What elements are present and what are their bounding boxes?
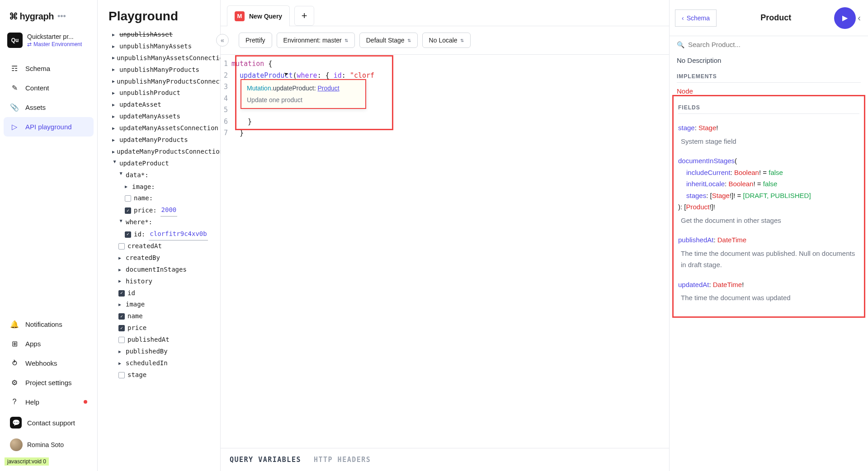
- tree-value[interactable]: 2000: [160, 204, 178, 217]
- logo-menu-icon[interactable]: •••: [57, 12, 66, 21]
- nav-content[interactable]: ✎Content: [4, 78, 94, 98]
- main-area: M New Query + « Prettify Environment: ma…: [221, 0, 669, 471]
- triangle-icon: ▶: [118, 348, 124, 356]
- nav-help[interactable]: ?Help: [4, 392, 94, 411]
- tree-item[interactable]: ✓name: [103, 311, 218, 322]
- nav-project-settings[interactable]: ⚙Project settings: [4, 373, 94, 392]
- field-stage[interactable]: stage: Stage! System stage field: [678, 122, 859, 147]
- tree-item[interactable]: ▶unpublishAsset: [103, 29, 218, 41]
- tree-label: unpublishManyProductsConnecti: [117, 76, 220, 88]
- nav-schema[interactable]: ☶Schema: [4, 59, 94, 78]
- triangle-icon: ▶: [118, 277, 124, 286]
- run-query-button[interactable]: ▶: [834, 7, 856, 29]
- triangle-icon: ▶: [117, 220, 126, 225]
- tree-item[interactable]: ▶unpublishManyProducts: [103, 64, 218, 76]
- tree-item[interactable]: ▶updateManyAssets: [103, 111, 218, 122]
- tree-item[interactable]: ▶updateProduct: [103, 158, 218, 170]
- tree-item[interactable]: ▶documentInStages: [103, 264, 218, 276]
- tree-item[interactable]: publishedAt: [103, 334, 218, 346]
- tree-item[interactable]: ▶unpublishManyProductsConnecti: [103, 76, 218, 88]
- close-docs-button[interactable]: ‹: [856, 11, 863, 25]
- field-updatedat[interactable]: updatedAt: DateTime! The time the docume…: [678, 279, 859, 304]
- checkbox-icon[interactable]: ✓: [125, 231, 131, 238]
- project-name: Quickstarter pr...: [27, 33, 82, 40]
- nav-contact-support[interactable]: 💬Contact support: [4, 411, 94, 434]
- checkbox-icon[interactable]: [125, 195, 131, 202]
- query-variables-tab[interactable]: QUERY VARIABLES: [230, 456, 301, 464]
- checkbox-icon[interactable]: ✓: [118, 290, 125, 297]
- tree-label: image:: [132, 181, 155, 193]
- browser-status-text: javascript:void 0: [5, 457, 49, 466]
- tree-item[interactable]: ▶unpublishProduct: [103, 87, 218, 99]
- checkbox-icon[interactable]: [118, 337, 125, 343]
- checkbox-icon[interactable]: [118, 372, 125, 378]
- nav-assets[interactable]: 📎Assets: [4, 98, 94, 117]
- chevron-left-icon: ‹: [682, 14, 684, 22]
- search-input[interactable]: [688, 41, 861, 48]
- tree-item[interactable]: ▶scheduledIn: [103, 358, 218, 369]
- tree-item[interactable]: ✓price: [103, 322, 218, 334]
- nav-apps[interactable]: ⊞Apps: [4, 334, 94, 353]
- operation-tree[interactable]: ▶unpublishAsset▶unpublishManyAssets▶unpu…: [98, 29, 220, 471]
- tree-item[interactable]: ▶image:: [103, 181, 218, 193]
- tree-value[interactable]: clorfitr9c4xv0b: [149, 228, 208, 240]
- tree-item[interactable]: ✓id: [103, 287, 218, 299]
- chevron-updown-icon: ⇅: [344, 38, 348, 43]
- checkbox-icon[interactable]: ✓: [118, 325, 125, 331]
- webhook-icon: ⥁: [10, 359, 19, 367]
- triangle-icon: ▶: [112, 89, 118, 98]
- tree-label: price: [127, 322, 146, 334]
- tree-item[interactable]: createdAt: [103, 240, 218, 252]
- docs-search[interactable]: 🔍: [670, 36, 868, 53]
- tree-label: unpublishProduct: [119, 87, 180, 99]
- sidebar: ⌘hygraph ••• Qu Quickstarter pr... ⇄Mast…: [0, 0, 98, 471]
- tree-item[interactable]: ▶unpublishManyAssetsConnection: [103, 52, 218, 64]
- tree-item[interactable]: ▶createdBy: [103, 252, 218, 264]
- tree-item[interactable]: ▶unpublishManyAssets: [103, 41, 218, 52]
- tree-item[interactable]: ▶where*:: [103, 217, 218, 228]
- tree-item[interactable]: ▶updateManyAssetsConnection: [103, 122, 218, 134]
- notification-dot: [84, 400, 87, 404]
- tree-label: unpublishAsset: [119, 29, 173, 41]
- prettify-button[interactable]: Prettify: [239, 33, 272, 48]
- nav-notifications[interactable]: 🔔Notifications: [4, 315, 94, 334]
- field-documentinstages[interactable]: documentInStages( includeCurrent: Boolea…: [678, 155, 859, 226]
- environment-select[interactable]: Environment: master⇅: [277, 33, 355, 48]
- project-selector[interactable]: Qu Quickstarter pr... ⇄Master Environmen…: [0, 29, 97, 55]
- checkbox-icon[interactable]: ✓: [118, 313, 125, 320]
- tree-item[interactable]: name:: [103, 193, 218, 204]
- checkbox-icon[interactable]: [118, 243, 125, 250]
- tree-item[interactable]: ✓id:clorfitr9c4xv0b: [103, 228, 218, 240]
- implements-node-link[interactable]: Node: [677, 87, 693, 95]
- tree-item[interactable]: ▶updateManyProducts: [103, 134, 218, 146]
- tree-item[interactable]: ▶history: [103, 276, 218, 287]
- tree-label: createdAt: [127, 240, 162, 252]
- add-tab-button[interactable]: +: [294, 6, 314, 26]
- tree-item[interactable]: stage: [103, 369, 218, 381]
- user-menu[interactable]: Romina Soto: [4, 434, 94, 456]
- tree-item[interactable]: ▶updateManyProductsConnection: [103, 146, 218, 158]
- tree-item[interactable]: ▶updateAsset: [103, 99, 218, 111]
- checkbox-icon[interactable]: ✓: [125, 207, 131, 214]
- tree-item[interactable]: ▶data*:: [103, 170, 218, 181]
- tree-label: updateManyProducts: [119, 134, 188, 146]
- stage-select[interactable]: Default Stage⇅: [359, 33, 418, 48]
- docs-title: Product: [721, 13, 830, 23]
- tree-item[interactable]: ▶image: [103, 299, 218, 311]
- http-headers-tab[interactable]: HTTP HEADERS: [314, 456, 371, 464]
- docs-description: No Description: [677, 57, 861, 64]
- tree-label: unpublishManyProducts: [119, 64, 199, 76]
- field-publishedat[interactable]: publishedAt: DateTime The time the docum…: [678, 234, 859, 271]
- code-editor[interactable]: 1mutation { 2 updateProduct(where: { id:…: [221, 55, 669, 448]
- tree-item[interactable]: ▶publishedBy: [103, 346, 218, 358]
- triangle-icon: ▶: [118, 254, 124, 263]
- hover-type-link[interactable]: Product: [317, 85, 339, 92]
- nav-api-playground[interactable]: ▷API playground: [4, 117, 94, 137]
- locale-select[interactable]: No Locale⇅: [422, 33, 471, 48]
- collapse-explorer-button[interactable]: «: [216, 34, 229, 47]
- triangle-icon: ▶: [118, 301, 124, 309]
- tree-item[interactable]: ✓price:2000: [103, 204, 218, 217]
- nav-webhooks[interactable]: ⥁Webhooks: [4, 353, 94, 373]
- schema-back-button[interactable]: ‹Schema: [675, 9, 717, 27]
- query-tab[interactable]: M New Query: [227, 5, 290, 26]
